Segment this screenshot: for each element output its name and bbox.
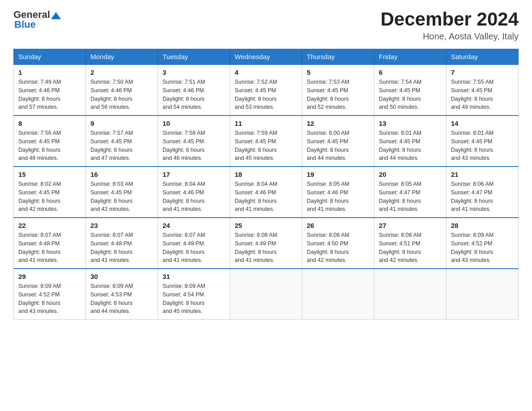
calendar-cell: 28Sunrise: 8:09 AMSunset: 4:52 PMDayligh… xyxy=(446,218,519,269)
week-row-4: 22Sunrise: 8:07 AMSunset: 4:48 PMDayligh… xyxy=(14,218,519,269)
calendar-cell: 24Sunrise: 8:07 AMSunset: 4:49 PMDayligh… xyxy=(158,218,230,269)
header-wednesday: Wednesday xyxy=(230,49,302,65)
svg-marker-0 xyxy=(51,12,61,19)
calendar-cell: 18Sunrise: 8:04 AMSunset: 4:46 PMDayligh… xyxy=(230,167,302,218)
calendar-cell: 16Sunrise: 8:03 AMSunset: 4:45 PMDayligh… xyxy=(86,167,158,218)
day-number: 20 xyxy=(379,171,442,178)
header-friday: Friday xyxy=(374,49,446,65)
day-info: Sunrise: 8:08 AMSunset: 4:50 PMDaylight:… xyxy=(307,231,369,265)
calendar-cell: 23Sunrise: 8:07 AMSunset: 4:48 PMDayligh… xyxy=(86,218,158,269)
day-info: Sunrise: 8:05 AMSunset: 4:46 PMDaylight:… xyxy=(307,180,369,214)
day-info: Sunrise: 8:09 AMSunset: 4:52 PMDaylight:… xyxy=(18,282,81,316)
title-area: December 2024 Hone, Aosta Valley, Italy xyxy=(381,9,519,42)
calendar-cell: 31Sunrise: 8:09 AMSunset: 4:54 PMDayligh… xyxy=(158,269,230,320)
header-saturday: Saturday xyxy=(446,49,519,65)
day-info: Sunrise: 8:09 AMSunset: 4:54 PMDaylight:… xyxy=(163,282,225,316)
calendar-cell: 15Sunrise: 8:02 AMSunset: 4:45 PMDayligh… xyxy=(14,167,86,218)
day-info: Sunrise: 7:55 AMSunset: 4:45 PMDaylight:… xyxy=(451,78,514,111)
day-info: Sunrise: 8:05 AMSunset: 4:47 PMDaylight:… xyxy=(379,180,442,214)
calendar-cell: 4Sunrise: 7:52 AMSunset: 4:45 PMDaylight… xyxy=(230,64,302,116)
calendar-cell: 2Sunrise: 7:50 AMSunset: 4:46 PMDaylight… xyxy=(86,64,158,116)
day-info: Sunrise: 7:49 AMSunset: 4:46 PMDaylight:… xyxy=(18,78,81,111)
calendar-cell: 20Sunrise: 8:05 AMSunset: 4:47 PMDayligh… xyxy=(374,167,446,218)
day-number: 13 xyxy=(379,120,442,127)
header-sunday: Sunday xyxy=(14,49,86,65)
calendar-cell xyxy=(374,269,446,320)
day-number: 11 xyxy=(235,120,297,127)
calendar-cell: 14Sunrise: 8:01 AMSunset: 4:45 PMDayligh… xyxy=(446,116,519,167)
calendar-cell: 27Sunrise: 8:08 AMSunset: 4:51 PMDayligh… xyxy=(374,218,446,269)
day-number: 28 xyxy=(451,222,514,229)
calendar-cell: 19Sunrise: 8:05 AMSunset: 4:46 PMDayligh… xyxy=(302,167,374,218)
calendar-cell: 29Sunrise: 8:09 AMSunset: 4:52 PMDayligh… xyxy=(14,269,86,320)
day-number: 19 xyxy=(307,171,369,178)
calendar-table: SundayMondayTuesdayWednesdayThursdayFrid… xyxy=(13,49,519,320)
calendar-cell: 7Sunrise: 7:55 AMSunset: 4:45 PMDaylight… xyxy=(446,64,519,116)
day-number: 12 xyxy=(307,120,369,127)
calendar-cell: 30Sunrise: 8:09 AMSunset: 4:53 PMDayligh… xyxy=(86,269,158,320)
day-number: 30 xyxy=(90,273,153,280)
calendar-cell: 21Sunrise: 8:06 AMSunset: 4:47 PMDayligh… xyxy=(446,167,519,218)
day-number: 10 xyxy=(163,120,225,127)
day-number: 31 xyxy=(163,273,225,280)
logo-triangle-icon xyxy=(51,10,61,20)
calendar-cell: 8Sunrise: 7:56 AMSunset: 4:45 PMDaylight… xyxy=(14,116,86,167)
calendar-cell xyxy=(446,269,519,320)
day-number: 9 xyxy=(90,120,153,127)
calendar-cell: 1Sunrise: 7:49 AMSunset: 4:46 PMDaylight… xyxy=(14,64,86,116)
calendar-cell: 26Sunrise: 8:08 AMSunset: 4:50 PMDayligh… xyxy=(302,218,374,269)
day-info: Sunrise: 7:57 AMSunset: 4:45 PMDaylight:… xyxy=(90,129,153,163)
day-info: Sunrise: 8:07 AMSunset: 4:48 PMDaylight:… xyxy=(90,231,153,265)
day-info: Sunrise: 8:04 AMSunset: 4:46 PMDaylight:… xyxy=(235,180,297,214)
day-number: 18 xyxy=(235,171,297,178)
day-info: Sunrise: 7:59 AMSunset: 4:45 PMDaylight:… xyxy=(235,129,297,163)
day-number: 7 xyxy=(451,68,514,76)
calendar-cell xyxy=(230,269,302,320)
day-info: Sunrise: 8:01 AMSunset: 4:45 PMDaylight:… xyxy=(451,129,514,163)
logo-blue-text: Blue xyxy=(14,19,36,30)
day-number: 22 xyxy=(18,222,81,229)
day-info: Sunrise: 8:01 AMSunset: 4:45 PMDaylight:… xyxy=(379,129,442,163)
day-number: 16 xyxy=(90,171,153,178)
header-tuesday: Tuesday xyxy=(158,49,230,65)
day-info: Sunrise: 8:00 AMSunset: 4:45 PMDaylight:… xyxy=(307,129,369,163)
day-number: 15 xyxy=(18,171,81,178)
day-info: Sunrise: 8:07 AMSunset: 4:49 PMDaylight:… xyxy=(163,231,225,265)
calendar-title: December 2024 xyxy=(381,9,519,30)
day-number: 27 xyxy=(379,222,442,229)
week-row-1: 1Sunrise: 7:49 AMSunset: 4:46 PMDaylight… xyxy=(14,64,519,116)
day-number: 1 xyxy=(18,68,81,76)
day-number: 4 xyxy=(235,68,297,76)
day-info: Sunrise: 8:09 AMSunset: 4:53 PMDaylight:… xyxy=(90,282,153,316)
day-info: Sunrise: 7:58 AMSunset: 4:45 PMDaylight:… xyxy=(163,129,225,163)
day-info: Sunrise: 7:56 AMSunset: 4:45 PMDaylight:… xyxy=(18,129,81,163)
calendar-cell: 6Sunrise: 7:54 AMSunset: 4:45 PMDaylight… xyxy=(374,64,446,116)
calendar-cell xyxy=(302,269,374,320)
header-monday: Monday xyxy=(86,49,158,65)
calendar-cell: 25Sunrise: 8:08 AMSunset: 4:49 PMDayligh… xyxy=(230,218,302,269)
day-number: 25 xyxy=(235,222,297,229)
calendar-cell: 10Sunrise: 7:58 AMSunset: 4:45 PMDayligh… xyxy=(158,116,230,167)
day-info: Sunrise: 8:09 AMSunset: 4:52 PMDaylight:… xyxy=(451,231,514,265)
day-number: 21 xyxy=(451,171,514,178)
calendar-cell: 13Sunrise: 8:01 AMSunset: 4:45 PMDayligh… xyxy=(374,116,446,167)
day-info: Sunrise: 7:51 AMSunset: 4:46 PMDaylight:… xyxy=(163,78,225,111)
day-info: Sunrise: 8:07 AMSunset: 4:48 PMDaylight:… xyxy=(18,231,81,265)
header-thursday: Thursday xyxy=(302,49,374,65)
calendar-cell: 3Sunrise: 7:51 AMSunset: 4:46 PMDaylight… xyxy=(158,64,230,116)
day-number: 14 xyxy=(451,120,514,127)
day-info: Sunrise: 8:08 AMSunset: 4:49 PMDaylight:… xyxy=(235,231,297,265)
day-number: 2 xyxy=(90,68,153,76)
day-number: 24 xyxy=(163,222,225,229)
day-number: 5 xyxy=(307,68,369,76)
page-header: General Blue December 2024 Hone, Aosta V… xyxy=(13,9,519,42)
calendar-header-row: SundayMondayTuesdayWednesdayThursdayFrid… xyxy=(14,49,519,65)
day-info: Sunrise: 7:54 AMSunset: 4:45 PMDaylight:… xyxy=(379,78,442,111)
day-number: 29 xyxy=(18,273,81,280)
calendar-cell: 9Sunrise: 7:57 AMSunset: 4:45 PMDaylight… xyxy=(86,116,158,167)
calendar-cell: 17Sunrise: 8:04 AMSunset: 4:46 PMDayligh… xyxy=(158,167,230,218)
day-info: Sunrise: 8:04 AMSunset: 4:46 PMDaylight:… xyxy=(163,180,225,214)
day-info: Sunrise: 7:52 AMSunset: 4:45 PMDaylight:… xyxy=(235,78,297,111)
calendar-cell: 11Sunrise: 7:59 AMSunset: 4:45 PMDayligh… xyxy=(230,116,302,167)
day-info: Sunrise: 8:03 AMSunset: 4:45 PMDaylight:… xyxy=(90,180,153,214)
